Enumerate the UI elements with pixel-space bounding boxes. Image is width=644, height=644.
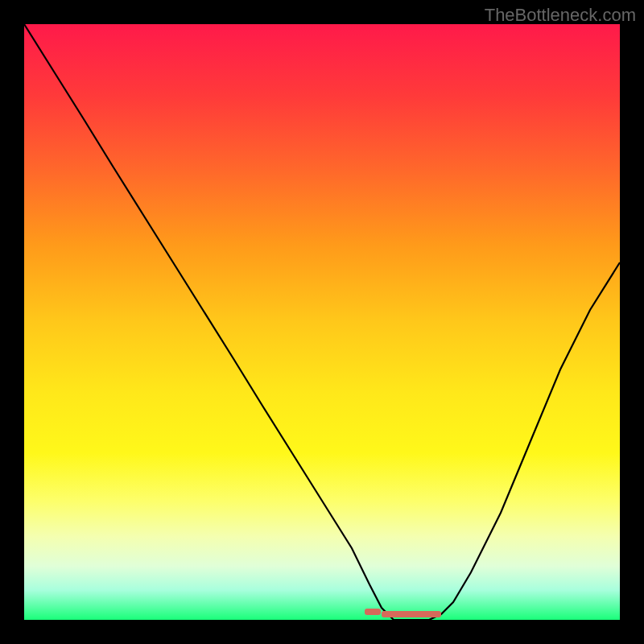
chart-svg — [24, 24, 620, 620]
trough-marker-left — [365, 609, 381, 615]
bottleneck-curve — [24, 24, 620, 620]
chart-frame — [24, 24, 620, 620]
watermark-text: TheBottleneck.com — [485, 5, 636, 26]
trough-marker-right — [382, 611, 441, 617]
